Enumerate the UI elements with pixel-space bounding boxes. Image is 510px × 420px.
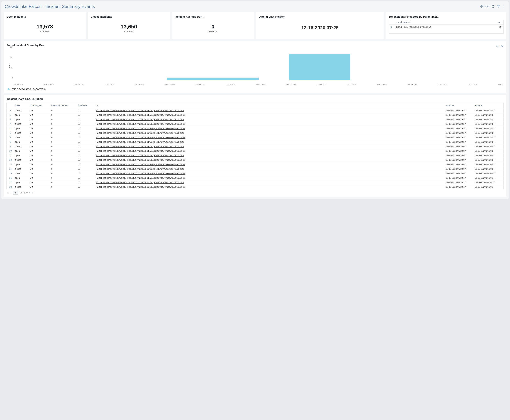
- incidents-table: State duration_sec LateralMovement FineS…: [7, 103, 503, 189]
- svg-point-3: [504, 7, 504, 8]
- incident-url-link[interactable]: Falcon Incident 108f5b7f5ai940438c81f5q7…: [96, 186, 444, 188]
- table-row[interactable]: 5open0.0010Falcon Incident 108f5b7f5ai94…: [7, 126, 503, 131]
- avg-duration-label: Seconds: [175, 30, 251, 33]
- table-row[interactable]: 4closed0.0010Falcon Incident 108f5b7f5ai…: [7, 122, 503, 126]
- pager-of: of: [20, 191, 22, 194]
- pager-total: 100: [24, 191, 28, 194]
- col-max[interactable]: max: [494, 21, 502, 23]
- dashboard-header: Crowdstrike Falcon - Incident Summary Ev…: [2, 2, 508, 12]
- table-row[interactable]: 8open0.0010Falcon Incident 108f5b7f5ai94…: [7, 140, 503, 144]
- closed-incidents-label: Incidents: [91, 30, 167, 33]
- x-tick: Dec 18 2020: [377, 84, 387, 85]
- time-range-label: -14D: [484, 5, 489, 8]
- incident-url-link[interactable]: Falcon Incident 108f5b7f5ai940438c81f5q7…: [96, 159, 444, 161]
- col-finescore[interactable]: FineScore: [78, 104, 96, 107]
- table-row[interactable]: 11open0.0010Falcon Incident 108f5b7f5ai9…: [7, 153, 503, 158]
- col-lateral[interactable]: LateralMovement: [51, 104, 78, 107]
- x-tick: Dec 20 2020: [438, 84, 447, 85]
- pager-first-icon[interactable]: «: [7, 191, 8, 194]
- incident-url-link[interactable]: Falcon Incident 108f5b7f5ai940438c81f5q7…: [96, 181, 444, 184]
- x-tick: Dec 16 2020: [317, 84, 326, 85]
- incident-url-link[interactable]: Falcon Incident 108f5b7f5ai940438c81f5q7…: [96, 145, 444, 148]
- incident-url-link[interactable]: Falcon Incident 108f5b7f5ai940438c81f5q7…: [96, 136, 444, 139]
- chart-panel: Parent Incident Count by Day -7D Count 0…: [4, 41, 506, 93]
- page-title: Crowdstrike Falcon - Incident Summary Ev…: [5, 4, 95, 9]
- x-tick: Dec 07 2020: [44, 84, 53, 85]
- table-row[interactable]: 3open0.0010Falcon Incident 108f5b7f5ai94…: [7, 117, 503, 122]
- table-row[interactable]: 16open0.0010Falcon Incident 108f5b7f5ai9…: [7, 176, 503, 180]
- x-tick: Dec 10 2020: [135, 84, 144, 85]
- toolbar: -14D: [480, 5, 505, 8]
- x-tick: Dec 11 2020: [165, 84, 175, 85]
- pager-next-icon[interactable]: ›: [29, 191, 30, 194]
- card-closed-incidents: Closed Incidents 13,650 Incidents: [88, 12, 170, 39]
- table-row[interactable]: 12closed0.0010Falcon Incident 108f5b7f5a…: [7, 158, 503, 162]
- col-state[interactable]: State: [14, 104, 30, 107]
- plot-area[interactable]: [14, 49, 503, 80]
- card-title: Closed Incidents: [91, 15, 167, 18]
- x-tick: Dec 19 2020: [408, 84, 417, 85]
- incident-url-link[interactable]: Falcon Incident 108f5b7f5ai940438c81f5q7…: [96, 168, 444, 170]
- x-axis: Dec 06 2020Dec 07 2020Dec 08 2020Dec 09 …: [14, 84, 503, 85]
- incident-url-link[interactable]: Falcon Incident 108f5b7f5ai940438c81f5q7…: [96, 172, 444, 175]
- incident-url-link[interactable]: Falcon Incident 108f5b7f5ai940438c81f5q7…: [96, 118, 444, 121]
- dashboard: Crowdstrike Falcon - Incident Summary Ev…: [1, 1, 509, 199]
- table-row[interactable]: 9closed0.0010Falcon Incident 108f5b7f5ai…: [7, 144, 503, 149]
- filter-icon[interactable]: [497, 5, 500, 8]
- legend-dot-icon: [8, 88, 9, 90]
- time-range-selector[interactable]: -14D: [480, 5, 489, 8]
- card-title: Date of Last Incident: [259, 15, 381, 18]
- table-row[interactable]: 1closed0.0010Falcon Incident 108f5b7f5ai…: [7, 108, 503, 113]
- refresh-icon[interactable]: [492, 5, 495, 8]
- col-url[interactable]: url: [96, 104, 446, 107]
- x-tick: Dec 21 2020: [468, 84, 477, 85]
- table-row[interactable]: 7closed0.0010Falcon Incident 108f5b7f5ai…: [7, 135, 503, 140]
- pager: « ‹ 1 of 100 › »: [7, 189, 503, 195]
- legend-label: 108f5b7f5ai940438c81f5q7f423855b: [11, 88, 46, 90]
- table-row[interactable]: 10open0.0010Falcon Incident 108f5b7f5ai9…: [7, 149, 503, 153]
- pager-last-icon[interactable]: »: [32, 191, 33, 194]
- table-row[interactable]: 17open0.0010Falcon Incident 108f5b7f5ai9…: [7, 180, 503, 185]
- table-row[interactable]: 13open0.0010Falcon Incident 108f5b7f5ai9…: [7, 162, 503, 167]
- chart-bar[interactable]: [167, 78, 259, 80]
- finescore-table: parent_incident max 1108f5b7f5ai940438c8…: [389, 20, 503, 34]
- chart-bar[interactable]: [289, 54, 350, 80]
- pager-prev-icon[interactable]: ‹: [10, 191, 11, 194]
- incident-url-link[interactable]: Falcon Incident 108f5b7f5ai940438c81f5q7…: [96, 154, 444, 157]
- table-row[interactable]: 6closed0.0010Falcon Incident 108f5b7f5ai…: [7, 131, 503, 135]
- col-endtime[interactable]: endtime: [474, 104, 503, 107]
- col-parent-incident[interactable]: parent_incident: [394, 21, 494, 23]
- incident-url-link[interactable]: Falcon Incident 108f5b7f5ai940438c81f5q7…: [96, 114, 444, 116]
- more-icon[interactable]: [502, 5, 505, 8]
- chart-time-range[interactable]: -7D: [496, 45, 503, 47]
- card-title: Incident Average Dur…: [175, 15, 251, 18]
- closed-incidents-value: 13,650: [91, 23, 167, 30]
- card-top-finescore: Top Incident FineScore by Parent Inci… p…: [386, 12, 506, 39]
- table-panel: Incident Start, End, Duration State dura…: [4, 95, 506, 197]
- metric-cards-row: Open Incidents 13,578 Incidents Closed I…: [2, 12, 508, 41]
- table-row[interactable]: 2open0.0010Falcon Incident 108f5b7f5ai94…: [7, 113, 503, 117]
- chart-body: Count 010k20k30k: [7, 49, 503, 83]
- x-tick: Dec 08 2020: [75, 84, 84, 85]
- col-duration[interactable]: duration_sec: [30, 104, 51, 107]
- table-row[interactable]: 15closed0.0010Falcon Incident 108f5b7f5a…: [7, 171, 503, 176]
- incident-url-link[interactable]: Falcon Incident 108f5b7f5ai940438c81f5q7…: [96, 132, 444, 134]
- svg-point-2: [504, 6, 504, 7]
- pager-current[interactable]: 1: [13, 191, 18, 195]
- finescore-row[interactable]: 1108f5b7f5ai940438c81f5q7f423855b10: [389, 25, 503, 29]
- open-incidents-value: 13,578: [7, 23, 83, 30]
- svg-point-1: [504, 5, 504, 6]
- incident-url-link[interactable]: Falcon Incident 108f5b7f5ai940438c81f5q7…: [96, 109, 444, 112]
- col-starttime[interactable]: starttime: [446, 104, 474, 107]
- incident-url-link[interactable]: Falcon Incident 108f5b7f5ai940438c81f5q7…: [96, 163, 444, 166]
- x-tick: Dec 13 2020: [226, 84, 235, 85]
- incident-url-link[interactable]: Falcon Incident 108f5b7f5ai940438c81f5q7…: [96, 177, 444, 179]
- incident-url-link[interactable]: Falcon Incident 108f5b7f5ai940438c81f5q7…: [96, 123, 444, 125]
- incident-url-link[interactable]: Falcon Incident 108f5b7f5ai940438c81f5q7…: [96, 150, 444, 152]
- incident-url-link[interactable]: Falcon Incident 108f5b7f5ai940438c81f5q7…: [96, 127, 444, 130]
- x-tick: Dec 06 2020: [14, 84, 23, 85]
- table-row[interactable]: 18closed0.0010Falcon Incident 108f5b7f5a…: [7, 185, 503, 189]
- table-row[interactable]: 14closed0.0010Falcon Incident 108f5b7f5a…: [7, 167, 503, 171]
- x-tick: Dec 14 2020: [256, 84, 266, 85]
- incident-url-link[interactable]: Falcon Incident 108f5b7f5ai940438c81f5q7…: [96, 141, 444, 143]
